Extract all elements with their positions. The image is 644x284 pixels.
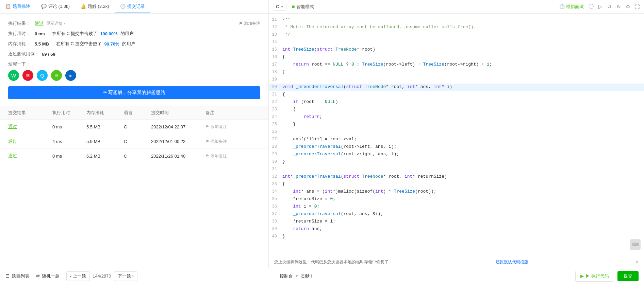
code-line-38: 38 *returnSize = i;	[269, 218, 644, 226]
restore-bar: 您上次编辑到这里，代码已从您浏览器本地的临时存储中恢复了 还原默认代码模版 ×	[269, 256, 644, 268]
code-line-16: 16 {	[269, 54, 644, 61]
console-btn[interactable]: 控制台	[280, 273, 293, 279]
code-line-17: 17 return root == NULL ? 0 : TreeSize(ro…	[269, 61, 644, 69]
code-line-34: 34 int* ans = (int*)malloc(sizeof(int) *…	[269, 188, 644, 196]
test-cases-value: 69 / 69	[42, 52, 55, 57]
random-icon: ⇄	[36, 273, 40, 279]
code-line-14: 14	[269, 39, 644, 46]
page-info: 144/2870	[93, 273, 111, 279]
tab-solutions[interactable]: 🔔 题解 (3.2k)	[75, 0, 115, 13]
bottom-bar-left: ☰ 题目列表 ⇄ 随机一题 ‹ 上一题 144/2870 下一题 ›	[5, 268, 274, 284]
execution-result-row: 执行结果： 通过 显示详情 › ⚑ 添加备注	[8, 20, 260, 26]
memory-2: 5.9 MB	[86, 139, 124, 144]
main-content: 执行结果： 通过 显示详情 › ⚑ 添加备注 执行用时： 0 ms ，在所有 C…	[0, 14, 644, 268]
bottom-bar: ☰ 题目列表 ⇄ 随机一题 ‹ 上一题 144/2870 下一题 › 控制台 ▾…	[0, 268, 644, 284]
result-pass-2[interactable]: 通过	[8, 138, 52, 144]
code-line-26: 26	[269, 128, 644, 136]
restore-link[interactable]: 还原默认代码模版	[496, 259, 528, 265]
keyboard-shortcuts-btn[interactable]: ⌨	[630, 239, 641, 250]
exec-time-value: 0 ms	[35, 31, 45, 36]
submissions-table: 提交结果 执行用时 内存消耗 语言 提交时间 备注 通过 0 ms 5.5 MB…	[0, 106, 268, 268]
smart-mode-toggle[interactable]: 智能模式	[292, 4, 314, 10]
restore-close-btn[interactable]: ×	[635, 259, 639, 265]
add-note-header-btn[interactable]: ⚑ 添加备注	[239, 21, 260, 26]
submit-time-1: 2022/12/04 22:07	[151, 124, 205, 129]
code-line-28: 28 _preorderTraversal(root->left, ans, i…	[269, 143, 644, 151]
code-line-30: 30 }	[269, 158, 644, 166]
exec-time-2: 4 ms	[52, 139, 86, 144]
memory-row: 内存消耗： 5.5 MB ，在所有 C 提交中击败了 99.76% 的用户	[8, 41, 260, 47]
result-pass-3[interactable]: 通过	[8, 153, 52, 159]
lang-3: C	[124, 154, 151, 159]
col-lang: 语言	[124, 110, 151, 116]
code-line-19: 19	[269, 76, 644, 84]
col-memory: 内存消耗	[86, 110, 124, 116]
col-result: 提交结果	[8, 110, 52, 116]
code-line-15: 15 int TreeSize(struct TreeNode* root)	[269, 46, 644, 54]
flag-icon: ⚑	[239, 21, 243, 26]
code-editor[interactable]: 11 /** 12 * Note: The returned array mus…	[269, 14, 644, 256]
next-btn[interactable]: 下一题 ›	[114, 271, 137, 281]
smart-mode-dot	[292, 5, 295, 8]
result-section: 执行结果： 通过 显示详情 › ⚑ 添加备注 执行用时： 0 ms ，在所有 C…	[0, 14, 268, 106]
tab-problem-desc[interactable]: 📋 题目描述	[0, 0, 36, 13]
execution-result-label: 执行结果：	[8, 20, 32, 26]
code-line-25: 25 }	[269, 121, 644, 128]
lang-2: C	[124, 139, 151, 144]
nav-arrows: ‹ 上一题 144/2870 下一题 ›	[66, 271, 137, 281]
random-btn[interactable]: ⇄ 随机一题	[36, 273, 60, 279]
prev-btn[interactable]: ‹ 上一题	[66, 271, 90, 281]
col-submit-time: 提交时间	[151, 110, 205, 116]
problem-list-btn[interactable]: ☰ 题目列表	[5, 273, 29, 279]
social-qq-btn[interactable]: Q	[37, 70, 48, 81]
memory-value: 5.5 MB	[35, 41, 49, 47]
test-cases-row: 通过测试用例： 69 / 69	[8, 51, 260, 57]
memory-3: 6.2 MB	[86, 154, 124, 159]
social-linkedin-btn[interactable]: in	[65, 70, 76, 81]
undo-icon[interactable]: ↺	[607, 4, 612, 10]
social-weibo-btn[interactable]: 微	[22, 70, 33, 81]
run-code-btn[interactable]: ▶ ▶ 执行代码	[575, 271, 614, 282]
table-header: 提交结果 执行用时 内存消耗 语言 提交时间 备注	[0, 106, 268, 120]
submit-btn[interactable]: 提交	[617, 271, 639, 281]
social-wechat-btn[interactable]: W	[8, 70, 19, 81]
play-icon[interactable]: ▷	[598, 4, 602, 10]
code-line-32: 32 int* preorderTraversal(struct TreeNod…	[269, 173, 644, 181]
left-panel: 执行结果： 通过 显示详情 › ⚑ 添加备注 执行用时： 0 ms ，在所有 C…	[0, 14, 269, 268]
code-line-33: 33 {	[269, 181, 644, 188]
code-line-35: 35 *returnSize = 0;	[269, 196, 644, 203]
language-selector[interactable]: C ▾	[273, 3, 286, 11]
exec-time-user: 的用户	[120, 31, 134, 37]
social-douban-btn[interactable]: 豆	[51, 70, 62, 81]
comments-icon: 💬	[41, 4, 47, 9]
execution-result-value[interactable]: 通过	[35, 20, 44, 26]
info-icon[interactable]: ⓘ	[589, 3, 594, 10]
show-detail-btn[interactable]: 显示详情 ›	[46, 21, 65, 26]
code-line-20: 20 void _preorderTraversal(struct TreeNo…	[269, 84, 644, 91]
right-panel: 11 /** 12 * Note: The returned array mus…	[269, 14, 644, 268]
add-note-1[interactable]: ⚑ 添加备注	[205, 124, 260, 130]
fullscreen-icon[interactable]: ⛶	[635, 4, 640, 10]
table-row: 通过 0 ms 5.5 MB C 2022/12/04 22:07 ⚑ 添加备注	[0, 120, 268, 134]
flag-icon-3: ⚑	[205, 154, 209, 158]
redo-icon[interactable]: ↺	[616, 4, 621, 10]
chevron-down-icon: ▾	[296, 273, 298, 279]
clock-icon: 🕐	[559, 4, 565, 9]
tab-submissions[interactable]: 🕐 提交记录	[115, 0, 150, 13]
tab-comments[interactable]: 💬 评论 (1.3k)	[36, 0, 75, 13]
console-area: 控制台 ▾ 贡献 i	[280, 273, 312, 279]
execution-time-row: 执行用时： 0 ms ，在所有 C 提交中击败了 100.00% 的用户	[8, 31, 260, 37]
code-line-31: 31	[269, 166, 644, 173]
simulate-interview-btn[interactable]: 🕐 模拟面试	[559, 4, 584, 10]
add-note-2[interactable]: ⚑ 添加备注	[205, 139, 260, 144]
left-nav-tabs: 📋 题目描述 💬 评论 (1.3k) 🔔 题解 (3.2k) 🕐 提交记录	[0, 0, 269, 13]
settings-icon[interactable]: ⚙	[626, 4, 630, 10]
code-line-37: 37 _preorderTraversal(root, ans, &i);	[269, 211, 644, 218]
lang-1: C	[124, 124, 151, 129]
result-pass-1[interactable]: 通过	[8, 124, 52, 130]
add-note-3[interactable]: ⚑ 添加备注	[205, 153, 260, 159]
code-line-36: 36 int i = 0;	[269, 203, 644, 211]
write-solution-btn[interactable]: ✏ 写题解，分享我的解题思路	[8, 86, 260, 99]
table-row: 通过 0 ms 6.2 MB C 2022/11/26 01:40 ⚑ 添加备注	[0, 149, 268, 163]
memory-suffix: ，在所有 C 提交中击败了	[52, 41, 102, 47]
